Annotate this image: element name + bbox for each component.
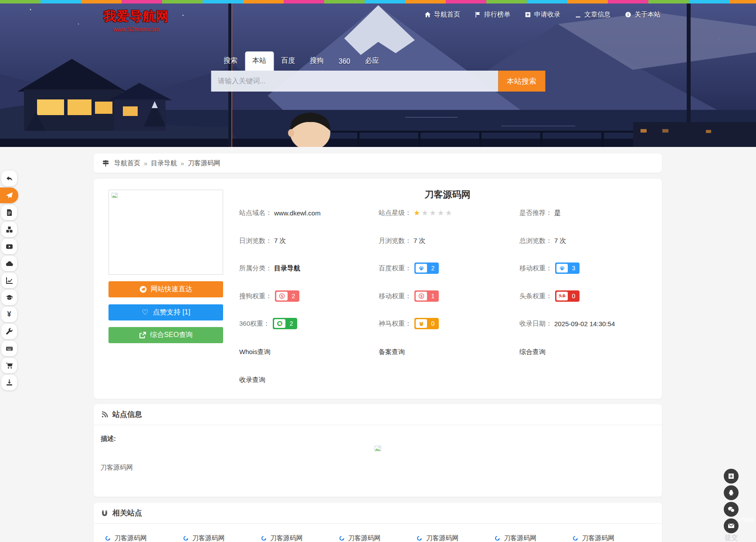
paw-icon — [418, 265, 424, 271]
detail-label: 收录日期： — [519, 320, 552, 328]
sidebar-item-study[interactable] — [1, 290, 17, 305]
breadcrumb-item-2[interactable]: 刀客源码网 — [188, 159, 220, 167]
sogou-weight-badge: S2 — [275, 290, 299, 302]
related-site-link-3[interactable]: 刀客源码网 — [339, 534, 417, 542]
download-icon — [6, 379, 13, 386]
float-button-email[interactable] — [724, 518, 739, 533]
site-thumbnail-placeholder — [108, 190, 223, 275]
query-link-label[interactable]: 综合查询 — [519, 348, 546, 356]
reply-icon — [6, 175, 13, 182]
site-icon — [183, 535, 189, 541]
nav-item-label: 文章信息 — [584, 10, 610, 19]
action-button-1[interactable]: ♡点赞支持 [1] — [108, 304, 223, 320]
sidebar-item-cloud[interactable] — [1, 256, 17, 271]
query-link[interactable]: Whois查询 — [239, 346, 271, 358]
detail-label: 是否推荐： — [519, 209, 552, 217]
detail-field: 所属分类：目录导航 — [239, 262, 300, 274]
sidebar-item-shop[interactable] — [1, 358, 17, 373]
related-site-label: 刀客源码网 — [582, 534, 614, 542]
nav-item-4[interactable]: 关于本站 — [625, 10, 661, 19]
query-link-label[interactable]: 备案查询 — [379, 348, 405, 356]
site-icon — [495, 535, 500, 541]
search-tab-0[interactable]: 搜索 — [216, 51, 245, 71]
search-tab-3[interactable]: 搜狗 — [302, 51, 331, 71]
paper-plane-icon — [6, 192, 13, 199]
sogou-weight-badge: S1 — [414, 290, 439, 302]
query-link-label[interactable]: Whois查询 — [239, 348, 271, 356]
nav-item-3[interactable]: 文章信息 — [575, 10, 610, 19]
so360-icon — [277, 320, 283, 327]
svg-text:S: S — [281, 294, 283, 298]
toutiao-logo-icon: 头条 — [556, 292, 568, 300]
related-site-label: 刀客源码网 — [348, 534, 381, 542]
float-button-submit[interactable] — [724, 469, 739, 484]
svg-text:S: S — [420, 294, 423, 298]
description-text: 刀客源码网 — [100, 464, 133, 472]
sidebar-item-tools[interactable] — [1, 324, 17, 339]
artifact-text: ="mo — [738, 516, 754, 523]
float-button-qq[interactable] — [724, 485, 739, 500]
detail-label: 移动权重： — [519, 264, 552, 273]
action-button-label: 点赞支持 [1] — [153, 308, 190, 317]
site-icon — [261, 535, 267, 541]
plus-square-icon — [525, 11, 531, 18]
sidebar-item-quick-link[interactable] — [0, 187, 18, 203]
sidebar-item-video[interactable] — [1, 239, 17, 254]
nav-item-label: 导航首页 — [434, 10, 460, 19]
related-site-link-4[interactable]: 刀客源码网 — [417, 534, 495, 542]
nav-item-1[interactable]: 排行榜单 — [475, 10, 510, 19]
so360-logo-icon — [274, 319, 285, 328]
related-site-link-5[interactable]: 刀客源码网 — [495, 534, 573, 542]
sidebar-item-article[interactable] — [1, 205, 17, 220]
nav-item-0[interactable]: 导航首页 — [424, 10, 460, 19]
shenma-weight-badge: 0 — [414, 318, 439, 329]
sidebar-item-finance[interactable]: ¥ — [1, 307, 17, 322]
badge-value: 0 — [427, 320, 439, 327]
map-signs-icon — [102, 160, 109, 167]
paper-plane-circle-icon — [139, 286, 147, 293]
search-tab-5[interactable]: 必应 — [358, 51, 386, 71]
float-button-wechat[interactable] — [724, 502, 739, 517]
left-quick-sidebar: ¥ — [1, 170, 18, 392]
sidebar-item-back[interactable] — [1, 170, 17, 186]
search-tab-2[interactable]: 百度 — [274, 51, 302, 71]
qq-icon — [728, 489, 735, 496]
cloud-icon — [6, 260, 13, 267]
related-site-link-1[interactable]: 刀客源码网 — [183, 534, 261, 542]
related-site-link-2[interactable]: 刀客源码网 — [261, 534, 339, 542]
sidebar-item-download[interactable] — [1, 375, 17, 390]
site-icon — [105, 535, 111, 541]
detail-field: 月浏览数：7 次 — [379, 235, 426, 247]
search-button[interactable]: 本站搜索 — [498, 71, 545, 92]
top-nav: 导航首页排行榜单申请收录文章信息关于本站 — [424, 10, 661, 19]
query-link[interactable]: 备案查询 — [379, 346, 405, 358]
query-link[interactable]: 综合查询 — [519, 346, 546, 358]
search-input[interactable] — [211, 71, 498, 92]
site-logo[interactable]: 我爱导航网 www.52waw.com — [98, 8, 174, 33]
detail-value: www.dkewl.com — [274, 209, 321, 217]
detail-value: 7 次 — [274, 237, 286, 245]
detail-label: 搜狗权重： — [239, 292, 272, 300]
hero-banner: 我爱导航网 www.52waw.com 导航首页排行榜单申请收录文章信息关于本站… — [0, 0, 756, 147]
breadcrumb-item-1[interactable]: 目录导航 — [151, 159, 177, 167]
shenma-icon — [418, 320, 424, 327]
badge-value: 2 — [288, 293, 299, 300]
query-link-label[interactable]: 收录查询 — [239, 376, 265, 384]
sidebar-item-typing[interactable] — [1, 341, 17, 356]
related-site-link-6[interactable]: 刀客源码网 — [573, 534, 651, 542]
related-site-link-0[interactable]: 刀客源码网 — [105, 534, 183, 542]
breadcrumb-item-0[interactable]: 导航首页 — [114, 159, 140, 167]
flag-icon — [475, 11, 481, 18]
search-tab-1[interactable]: 本站 — [245, 51, 274, 71]
nav-item-2[interactable]: 申请收录 — [525, 10, 560, 19]
floating-action-bar — [724, 469, 739, 535]
search-tab-4[interactable]: 360 — [331, 53, 358, 71]
action-button-0[interactable]: 网站快速直达 — [108, 281, 223, 297]
sidebar-item-apps[interactable] — [1, 222, 17, 237]
yen-icon: ¥ — [6, 311, 13, 318]
description-label: 描述: — [101, 435, 116, 443]
query-link[interactable]: 收录查询 — [239, 374, 265, 386]
action-button-2[interactable]: 综合SEO查询 — [108, 327, 223, 343]
sidebar-item-rank[interactable] — [1, 273, 17, 288]
logo-title: 我爱导航网 — [98, 8, 174, 25]
